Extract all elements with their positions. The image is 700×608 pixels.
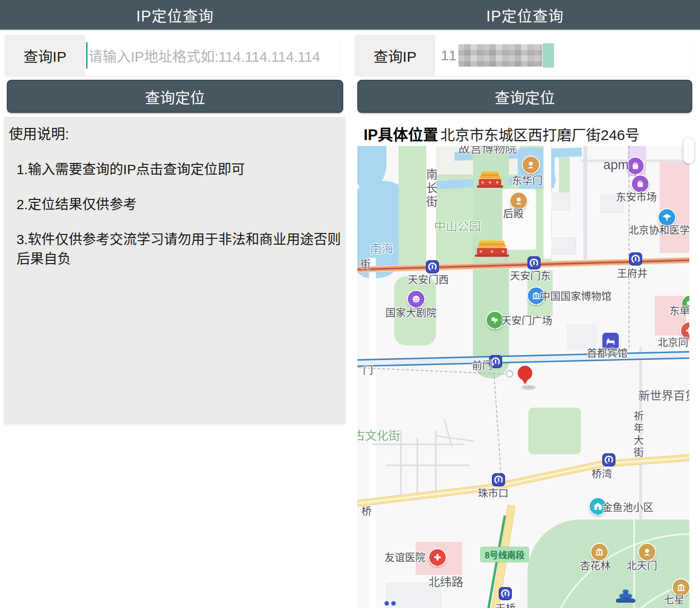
result-label: IP具体位置 <box>364 126 438 143</box>
map-canvas[interactable]: 故宫博物院南长街中山公园南海街门古文化街新世界百货祈年大街北纬路桥东单北京同天安… <box>357 146 689 608</box>
map-hutong-line <box>386 465 469 466</box>
map-label-donghuamen: 东华门 <box>512 172 542 187</box>
app-header: IP定位查询 IP定位查询 <box>0 0 700 29</box>
map-label-nanhai: 南海 <box>370 239 393 256</box>
map-dashed-wangfujing-street <box>629 146 630 348</box>
line8-badge: 8号线南段 <box>480 547 529 562</box>
left-query-button[interactable]: 查询定位 <box>7 80 343 113</box>
map-dot <box>391 601 396 606</box>
metro-station-icon-wangfujing-station[interactable] <box>629 252 642 266</box>
map-label-guwenhuajie: 古文化街 <box>357 426 400 443</box>
map-label-nanchangjie: 南长街 <box>422 168 439 209</box>
left-ip-label: 查询IP <box>5 35 85 76</box>
map-label-qinian-street: 祈年大街 <box>630 411 645 459</box>
map-label-men-street: 门 <box>360 365 374 377</box>
map-label-xiehe-medical: 北京协和医学 <box>629 222 689 236</box>
ip-value-visible: 11 <box>441 48 457 64</box>
map-hutong-line <box>435 435 474 442</box>
map-road-minor <box>543 146 551 259</box>
map-label-palace-museum: 故宫博物院 <box>458 146 517 156</box>
map-dashed-line8-north <box>494 376 502 480</box>
header-title-right: IP定位查询 <box>350 0 700 29</box>
metro-station-icon-tianqiao-station[interactable] <box>499 587 512 600</box>
temple-of-heaven-icon <box>614 590 637 602</box>
instruction-item-3: 3.软件仅供参考交流学习请勿用于非法和商业用途否则后果自负 <box>17 229 345 268</box>
metro-station-icon-zhushikou-station[interactable] <box>492 473 505 486</box>
map-label-ncpa-theatre: 国家大剧院 <box>385 304 437 319</box>
map-hutong-line <box>435 430 437 499</box>
map-label-houdian: 后殿 <box>503 205 524 220</box>
map-park-mid <box>528 408 581 454</box>
map-label-tiananmen-east-station: 天安门东 <box>510 268 551 282</box>
right-query-button[interactable]: 查询定位 <box>357 80 692 113</box>
instruction-item-1: 1.输入需要查询的IP点击查询定位即可 <box>17 159 345 178</box>
map-label-shoudu-hotel: 首都宾馆 <box>587 345 628 359</box>
instructions-panel: 使用说明: 1.输入需要查询的IP点击查询定位即可 2.定位结果仅供参考 3.软… <box>4 117 345 424</box>
map-building <box>549 192 570 211</box>
map-road-liangguang-east <box>609 454 689 467</box>
map-hutong-line <box>443 419 452 447</box>
map-label-apm: apm <box>603 158 629 173</box>
route-node <box>506 370 513 377</box>
map-pink-block-ne <box>660 160 689 253</box>
destination-pin[interactable] <box>518 366 532 380</box>
map-label-jie-street: 街 <box>357 259 372 271</box>
metro-station-icon-qiaowan-station[interactable] <box>602 453 615 466</box>
map-label-qiaowan-station: 桥湾 <box>592 465 612 480</box>
map-label-beiweilu: 北纬路 <box>428 572 463 590</box>
map-label-xinghualin: 杏花林 <box>580 557 611 572</box>
instruction-item-2: 2.定位结果仅供参考 <box>17 194 345 213</box>
poi-pin-donghuamen[interactable] <box>522 156 540 174</box>
ip-caret-redacted <box>542 43 554 68</box>
left-ip-input-row: 查询IP 请输入IP地址格式如:114.114.114.114 <box>5 35 340 76</box>
map-label-zhushikou-station: 珠市口 <box>478 485 508 500</box>
right-ip-label: 查询IP <box>355 35 435 76</box>
instructions-title: 使用说明: <box>9 123 345 143</box>
tiananmen-gate-icon <box>477 240 507 257</box>
map-dot <box>385 601 389 606</box>
ip-value-redaction-mosaic <box>458 44 542 67</box>
result-address: 北京市东城区西打磨厂街246号 <box>440 127 640 143</box>
map-label-zhongshan-park: 中山公园 <box>434 217 481 234</box>
map-label-qiao-street: 桥 <box>358 506 373 518</box>
left-ip-input[interactable]: 请输入IP地址格式如:114.114.114.114 <box>85 35 340 76</box>
map-label-qixing: 七星 <box>664 591 684 606</box>
scrollbar-thumb[interactable] <box>683 138 694 163</box>
left-ip-placeholder: 请输入IP地址格式如:114.114.114.114 <box>88 45 320 66</box>
poi-pin-youyi-hospital[interactable] <box>428 548 447 567</box>
map-label-tiananmen-square: 天安门广场 <box>501 312 552 327</box>
map-label-youyi-hospital: 友谊医院 <box>385 549 425 564</box>
map-label-national-museum: 中国国家博物馆 <box>540 288 612 303</box>
text-caret <box>86 42 88 69</box>
map-label-dongan-market: 东安市场 <box>616 189 657 203</box>
result-row: IP具体位置 北京市东城区西打磨厂街246号 <box>364 123 694 144</box>
header-title-left: IP定位查询 <box>0 0 350 29</box>
map-label-jinyuchi: 金鱼池小区 <box>602 499 653 514</box>
map-label-beijingtong: 北京同 <box>658 334 688 349</box>
map-label-qianmen-station: 前门 <box>472 357 492 372</box>
map-label-xinshijie: 新世界百货 <box>638 386 689 403</box>
right-ip-input-row: 查询IP 11 <box>355 35 690 76</box>
map-park-changpuhe <box>559 157 570 193</box>
right-ip-input[interactable]: 11 <box>435 35 690 76</box>
map-label-tiananmen-west-station: 天安门西 <box>408 271 449 286</box>
map-label-dongdan: 东单 <box>669 303 689 317</box>
map-hutong-line <box>417 438 418 500</box>
map-road-minor <box>583 146 587 259</box>
wumen-gate-icon <box>479 171 501 188</box>
map-label-beitianmen: 北天门 <box>627 557 657 572</box>
map-label-tianqiao-station: 天桥 <box>495 600 516 608</box>
map-label-wangfujing-station: 王府井 <box>617 265 648 280</box>
map-hutong-line <box>400 430 402 496</box>
